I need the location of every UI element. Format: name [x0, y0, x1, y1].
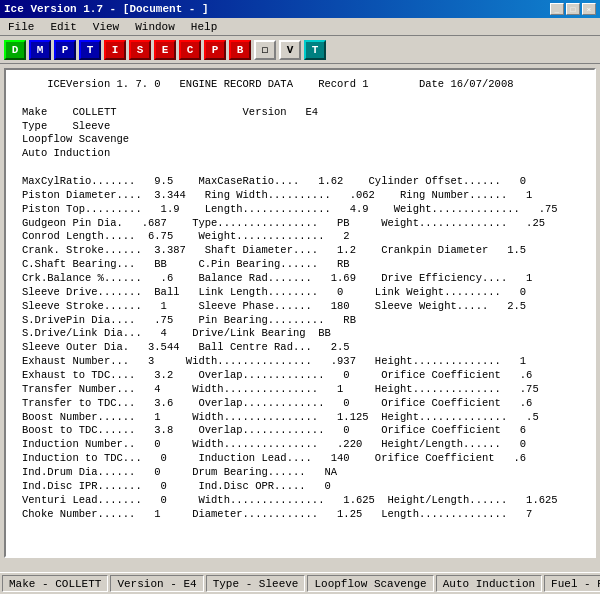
btn-t2[interactable]: T [304, 40, 326, 60]
doc-content: ICEVersion 1. 7. 0 ENGINE RECORD DATA Re… [22, 78, 578, 522]
status-make[interactable]: Make - COLLETT [2, 575, 108, 592]
menu-window[interactable]: Window [131, 20, 179, 34]
status-auto-induction[interactable]: Auto Induction [436, 575, 542, 592]
btn-b[interactable]: B [229, 40, 251, 60]
title-text: Ice Version 1.7 - [Document - ] [4, 3, 209, 15]
menu-bar: File Edit View Window Help [0, 18, 600, 36]
btn-e[interactable]: E [154, 40, 176, 60]
menu-file[interactable]: File [4, 20, 38, 34]
btn-p2[interactable]: P [204, 40, 226, 60]
menu-edit[interactable]: Edit [46, 20, 80, 34]
doc-inner[interactable]: ICEVersion 1. 7. 0 ENGINE RECORD DATA Re… [6, 70, 594, 556]
status-type[interactable]: Type - Sleeve [206, 575, 306, 592]
btn-p1[interactable]: P [54, 40, 76, 60]
btn-d[interactable]: D [4, 40, 26, 60]
menu-view[interactable]: View [89, 20, 123, 34]
status-fuel[interactable]: Fuel - P [544, 575, 600, 592]
btn-c[interactable]: C [179, 40, 201, 60]
status-loopflow[interactable]: Loopflow Scavenge [307, 575, 433, 592]
doc-container: ICEVersion 1. 7. 0 ENGINE RECORD DATA Re… [4, 68, 596, 558]
status-version[interactable]: Version - E4 [110, 575, 203, 592]
close-btn[interactable]: × [582, 3, 596, 15]
minimize-btn[interactable]: _ [550, 3, 564, 15]
menu-help[interactable]: Help [187, 20, 221, 34]
maximize-btn[interactable]: □ [566, 3, 580, 15]
btn-v[interactable]: V [279, 40, 301, 60]
btn-t1[interactable]: T [79, 40, 101, 60]
title-controls: _ □ × [550, 3, 596, 15]
status-bar: Make - COLLETT Version - E4 Type - Sleev… [0, 572, 600, 594]
btn-i[interactable]: I [104, 40, 126, 60]
btn-square[interactable]: ◻ [254, 40, 276, 60]
toolbar: D M P T I S E C P B ◻ V T [0, 36, 600, 64]
btn-m[interactable]: M [29, 40, 51, 60]
title-bar: Ice Version 1.7 - [Document - ] _ □ × [0, 0, 600, 18]
btn-s[interactable]: S [129, 40, 151, 60]
